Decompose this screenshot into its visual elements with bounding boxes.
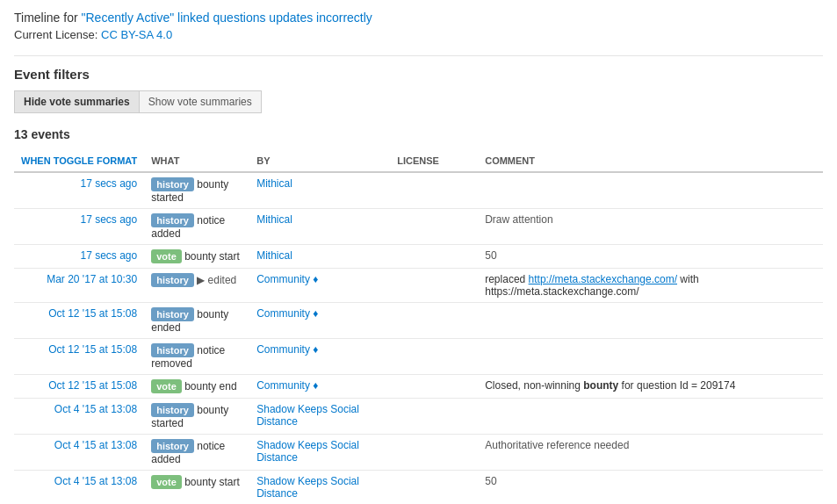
badge-history: history xyxy=(151,213,194,227)
cell-what: vote bounty end xyxy=(144,375,249,399)
cell-what: history bounty ended xyxy=(144,303,249,339)
when-link[interactable]: Oct 4 '15 at 13:08 xyxy=(54,439,137,451)
cell-when: Oct 4 '15 at 13:08 xyxy=(14,399,144,435)
cell-what: history bounty started xyxy=(144,399,249,435)
cell-by: Community ♦ xyxy=(249,339,390,375)
license-prefix: Current License: xyxy=(14,28,101,41)
by-link[interactable]: Community ♦ xyxy=(256,343,318,356)
cell-license xyxy=(390,209,478,245)
what-text: bounty start xyxy=(184,476,240,488)
by-link[interactable]: Community ♦ xyxy=(256,307,318,320)
cell-license xyxy=(390,435,478,471)
comment-text: 50 xyxy=(485,249,496,262)
table-row: Oct 12 '15 at 15:08vote bounty endCommun… xyxy=(14,375,823,399)
cell-by: Mithical xyxy=(249,172,390,209)
comment-text: Authoritative reference needed xyxy=(485,439,629,451)
when-link[interactable]: 17 secs ago xyxy=(80,249,137,262)
table-row: 17 secs agovote bounty startMithical50 xyxy=(14,245,823,269)
cell-when: Oct 12 '15 at 15:08 xyxy=(14,375,144,399)
license-link[interactable]: CC BY-SA 4.0 xyxy=(101,28,172,41)
cell-what: history notice added xyxy=(144,435,249,471)
cell-when: 17 secs ago xyxy=(14,172,144,209)
cell-when: 17 secs ago xyxy=(14,209,144,245)
th-when-label: WHEN xyxy=(21,155,51,166)
comment-text: 50 xyxy=(485,475,496,487)
th-when: WHEN TOGGLE FORMAT xyxy=(14,150,144,172)
when-link[interactable]: 17 secs ago xyxy=(80,177,137,190)
comment-replaced-link[interactable]: http://meta.stackexchange.com/ xyxy=(529,273,677,285)
table-row: Oct 12 '15 at 15:08history bounty endedC… xyxy=(14,303,823,339)
cell-comment: Draw attention xyxy=(478,209,823,245)
table-row: 17 secs agohistory bounty startedMithica… xyxy=(14,172,823,209)
cell-comment xyxy=(478,303,823,339)
by-link[interactable]: Mithical xyxy=(256,177,292,190)
event-filters-title: Event filters xyxy=(14,67,823,82)
title-prefix: Timeline for xyxy=(14,11,82,25)
by-link[interactable]: Mithical xyxy=(256,213,292,226)
when-link[interactable]: 17 secs ago xyxy=(80,213,137,226)
toggle-format-link[interactable]: TOGGLE FORMAT xyxy=(54,155,138,166)
th-by: BY xyxy=(249,150,390,172)
vote-summary-buttons: Hide vote summaries Show vote summaries xyxy=(14,90,823,113)
by-link[interactable]: Shadow Keeps Social Distance xyxy=(256,439,359,464)
cell-license xyxy=(390,471,478,505)
table-row: Oct 4 '15 at 13:08vote bounty startShado… xyxy=(14,471,823,505)
cell-license xyxy=(390,303,478,339)
table-row: Oct 4 '15 at 13:08history bounty started… xyxy=(14,399,823,435)
license-line: Current License: CC BY-SA 4.0 xyxy=(14,28,823,41)
when-link[interactable]: Oct 12 '15 at 15:08 xyxy=(48,307,137,320)
cell-license xyxy=(390,245,478,269)
comment-text: Draw attention xyxy=(485,213,552,226)
by-link[interactable]: Shadow Keeps Social Distance xyxy=(256,403,359,428)
when-link[interactable]: Oct 12 '15 at 15:08 xyxy=(48,379,137,392)
cell-comment: 50 xyxy=(478,245,823,269)
cell-what: history bounty started xyxy=(144,172,249,209)
badge-vote: vote xyxy=(151,249,182,263)
th-what: WHAT xyxy=(144,150,249,172)
table-header-row: WHEN TOGGLE FORMAT WHAT BY LICENSE COMME… xyxy=(14,150,823,172)
title-link[interactable]: "Recently Active" linked questions updat… xyxy=(82,11,372,25)
cell-when: Mar 20 '17 at 10:30 xyxy=(14,269,144,303)
cell-license xyxy=(390,269,478,303)
cell-by: Mithical xyxy=(249,245,390,269)
cell-what: history notice added xyxy=(144,209,249,245)
when-link[interactable]: Oct 12 '15 at 15:08 xyxy=(48,343,137,356)
cell-by: Shadow Keeps Social Distance xyxy=(249,471,390,505)
what-text: bounty end xyxy=(184,380,236,392)
cell-when: 17 secs ago xyxy=(14,245,144,269)
table-row: Oct 12 '15 at 15:08history notice remove… xyxy=(14,339,823,375)
table-row: Oct 4 '15 at 13:08history notice addedSh… xyxy=(14,435,823,471)
by-link[interactable]: Mithical xyxy=(256,249,292,262)
events-table: WHEN TOGGLE FORMAT WHAT BY LICENSE COMME… xyxy=(14,150,823,504)
cell-what: history ▶ edited xyxy=(144,269,249,303)
cell-what: vote bounty start xyxy=(144,471,249,505)
th-license: LICENSE xyxy=(390,150,478,172)
cell-by: Community ♦ xyxy=(249,375,390,399)
cell-by: Shadow Keeps Social Distance xyxy=(249,399,390,435)
events-count: 13 events xyxy=(14,127,823,141)
show-vote-summaries-button[interactable]: Show vote summaries xyxy=(139,90,262,113)
badge-history: history xyxy=(151,177,194,191)
cell-what: history notice removed xyxy=(144,339,249,375)
cell-by: Shadow Keeps Social Distance xyxy=(249,435,390,471)
by-link[interactable]: Community ♦ xyxy=(256,273,318,285)
cell-when: Oct 4 '15 at 13:08 xyxy=(14,471,144,505)
cell-by: Community ♦ xyxy=(249,303,390,339)
cell-by: Mithical xyxy=(249,209,390,245)
by-link[interactable]: Shadow Keeps Social Distance xyxy=(256,475,359,500)
badge-history: history xyxy=(151,403,194,417)
cell-when: Oct 4 '15 at 13:08 xyxy=(14,435,144,471)
when-link[interactable]: Mar 20 '17 at 10:30 xyxy=(47,273,137,285)
when-link[interactable]: Oct 4 '15 at 13:08 xyxy=(54,475,137,487)
badge-history: history xyxy=(151,307,194,321)
table-row: Mar 20 '17 at 10:30history ▶ editedCommu… xyxy=(14,269,823,303)
badge-vote: vote xyxy=(151,379,182,393)
cell-comment: Authoritative reference needed xyxy=(478,435,823,471)
by-link[interactable]: Community ♦ xyxy=(256,379,318,392)
when-link[interactable]: Oct 4 '15 at 13:08 xyxy=(54,403,137,415)
hide-vote-summaries-button[interactable]: Hide vote summaries xyxy=(14,90,139,113)
th-comment: COMMENT xyxy=(478,150,823,172)
cell-when: Oct 12 '15 at 15:08 xyxy=(14,303,144,339)
cell-comment: 50 xyxy=(478,471,823,505)
cell-license xyxy=(390,399,478,435)
